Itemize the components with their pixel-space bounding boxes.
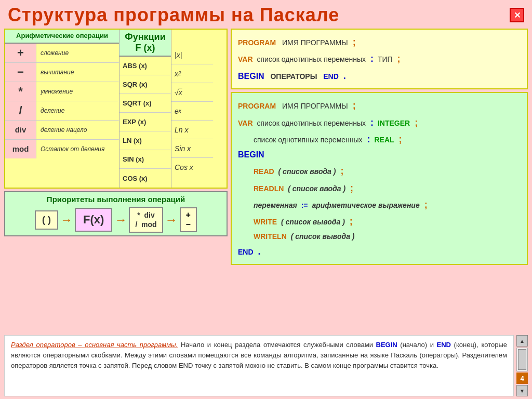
op-label-div: деление: [36, 106, 69, 115]
code-line-var2: VAR список однотипных переменных : INTEG…: [238, 114, 521, 131]
bottom-text: Раздел операторов – основная часть прогр…: [4, 335, 514, 396]
op-symbol-divint: div: [5, 121, 36, 139]
header: Структура программы на Паскале ✕: [0, 0, 532, 29]
op-symbol-mul: *: [5, 82, 36, 101]
func-col: Функции F (x) ABS (x) SQR (x) SQRT (x) E…: [119, 30, 171, 188]
math-exp: e x: [171, 102, 213, 121]
op-row-sub: − вычитание: [5, 63, 119, 82]
arith-col: Арифметические операции + сложение − выч…: [5, 30, 119, 188]
close-button[interactable]: ✕: [510, 8, 524, 22]
func-row-ln: LN (x): [119, 131, 171, 150]
code-line-program2: PROGRAM ИМЯ ПРОГРАММЫ ;: [238, 97, 521, 114]
func-header: Функции F (x): [119, 30, 171, 57]
right-panel: PROGRAM ИМЯ ПРОГРАММЫ ; VAR список однот…: [231, 29, 528, 332]
left-panel: Арифметические операции + сложение − выч…: [4, 29, 228, 332]
code-line-read: READ ( список ввода ) ;: [238, 163, 521, 179]
priority-addsub: + −: [180, 207, 197, 232]
priority-arrow3: →: [165, 212, 178, 227]
func-row-sqrt: SQRT (x): [119, 94, 171, 113]
op-label-divint: деление нацело: [36, 125, 91, 135]
scroll-thumb[interactable]: [518, 349, 526, 370]
scrollbar: ▲ 4 ▼: [516, 335, 528, 396]
priority-parens: ( ): [35, 210, 58, 230]
arith-header: Арифметические операции: [5, 30, 119, 44]
code-line-begin1: BEGIN ОПЕРАТОРЫ END .: [238, 68, 521, 84]
code-line-program1: PROGRAM ИМЯ ПРОГРАММЫ ;: [238, 34, 521, 50]
scroll-track: [516, 348, 528, 371]
code-line-readln: READLN ( список ввода ) ;: [238, 180, 521, 196]
op-symbol-div: /: [5, 101, 36, 120]
main-container: Структура программы на Паскале ✕ Арифмет…: [0, 0, 532, 399]
code-line-writeln: WRITELN ( список вывода ): [238, 230, 521, 243]
code-line-var1: VAR список однотипных переменных : ТИП ;: [238, 50, 521, 67]
priority-fx: F(x): [75, 208, 112, 232]
priority-muldiv: * div / mod: [129, 207, 163, 233]
op-label-mod: Остаток от деления: [36, 144, 109, 154]
math-sqrt: √x: [171, 83, 213, 102]
content-area: Арифметические операции + сложение − выч…: [0, 29, 532, 335]
scroll-down-button[interactable]: ▼: [516, 385, 528, 396]
op-label-sub: вычитание: [36, 68, 78, 77]
code-block-1: PROGRAM ИМЯ ПРОГРАММЫ ; VAR список однот…: [231, 29, 528, 89]
op-row-mod: mod Остаток от деления: [5, 140, 119, 158]
func-row-sin: SIN (x): [119, 150, 171, 169]
code-line-var2b: список однотипных переменных : REAL ;: [238, 131, 521, 148]
op-symbol-sub: −: [5, 63, 36, 82]
page-number: 4: [516, 373, 528, 384]
code-line-end2: END .: [238, 243, 521, 260]
op-row-div: / деление: [5, 101, 119, 121]
func-row-sqr: SQR (x): [119, 75, 171, 94]
code-line-write: WRITE ( список вывода ) ;: [238, 213, 521, 230]
op-label-mul: умножение: [36, 87, 77, 96]
code-line-assign: переменная := арифметическое выражение ;: [238, 196, 521, 213]
op-symbol-mod: mod: [5, 140, 36, 158]
priority-arrow2: →: [114, 212, 127, 227]
op-row-add: + сложение: [5, 44, 119, 63]
priority-title: Приоритеты выполнения операций: [9, 195, 222, 204]
arith-ops: + сложение − вычитание * умножение /: [5, 44, 119, 158]
priority-row: ( ) → F(x) → * div / mod → + −: [9, 207, 222, 233]
op-row-divint: div деление нацело: [5, 121, 119, 140]
func-row-cos: COS (x): [119, 169, 171, 188]
code-line-begin2: BEGIN: [238, 148, 521, 163]
op-row-mul: * умножение: [5, 82, 119, 101]
func-row-abs: ABS (x): [119, 57, 171, 75]
math-ln: Ln x: [171, 121, 213, 139]
priority-section: Приоритеты выполнения операций ( ) → F(x…: [4, 191, 228, 236]
priority-arrow1: →: [60, 212, 73, 227]
math-cos: Cos x: [171, 158, 213, 177]
code-block-2: PROGRAM ИМЯ ПРОГРАММЫ ; VAR список однот…: [231, 92, 528, 265]
page-title: Структура программы на Паскале: [8, 4, 339, 26]
math-abs: |x|: [171, 46, 213, 64]
scroll-up-button[interactable]: ▲: [516, 335, 528, 347]
op-label-add: сложение: [36, 48, 73, 58]
op-symbol-add: +: [5, 44, 36, 62]
arith-functions-section: Арифметические операции + сложение − выч…: [4, 29, 228, 189]
math-sin: Sin x: [171, 139, 213, 158]
math-sqr: x 2: [171, 64, 213, 83]
math-col: |x| x 2 √x e x Ln x Sin x Cos x: [171, 30, 213, 188]
func-row-exp: EXP (x): [119, 113, 171, 131]
bottom-area: Раздел операторов – основная часть прогр…: [0, 335, 532, 399]
